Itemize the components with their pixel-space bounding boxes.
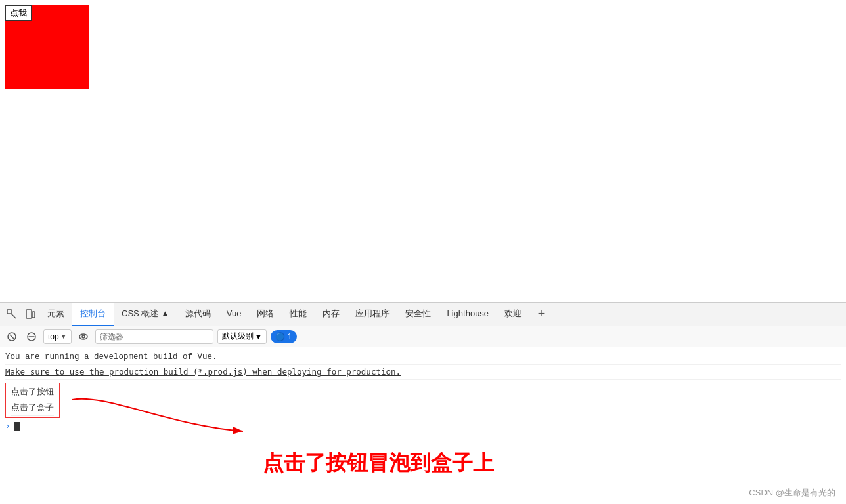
svg-rect-3: [32, 312, 35, 318]
console-cursor: [14, 422, 20, 431]
tab-network[interactable]: 网络: [249, 303, 282, 326]
console-prompt-icon: ›: [5, 422, 11, 431]
click-button[interactable]: 点我: [5, 5, 32, 21]
tab-security[interactable]: 安全性: [397, 303, 439, 326]
browser-page: 点我: [0, 0, 846, 302]
dropdown-arrow-icon: ▼: [60, 333, 67, 340]
svg-line-5: [10, 335, 14, 339]
clear-console-icon[interactable]: [4, 329, 20, 345]
console-output[interactable]: You are running a development build of V…: [0, 347, 846, 435]
console-toolbar: top ▼ 默认级别 ▼ 🔵 1: [0, 326, 846, 347]
tab-css-overview[interactable]: CSS 概述 ▲: [114, 303, 177, 326]
svg-rect-0: [7, 310, 11, 314]
svg-point-9: [82, 335, 85, 338]
big-annotation-text: 点击了按钮冒泡到盒子上: [263, 449, 494, 478]
csdn-watermark: CSDN @生命是有光的: [749, 487, 835, 499]
devtools-tabs-bar: 元素 控制台 CSS 概述 ▲ 源代码 Vue 网络 性能 内存 应用程序 安全…: [0, 303, 846, 326]
tab-welcome[interactable]: 欢迎: [497, 303, 529, 326]
message-count-badge: 🔵 1: [271, 330, 296, 343]
tab-elements[interactable]: 元素: [39, 303, 72, 326]
devtools-panel: 元素 控制台 CSS 概述 ▲ 源代码 Vue 网络 性能 内存 应用程序 安全…: [0, 302, 846, 504]
svg-line-1: [11, 314, 16, 318]
tab-performance[interactable]: 性能: [282, 303, 315, 326]
console-input-line: ›: [5, 421, 841, 432]
block-icon[interactable]: [24, 329, 39, 345]
svg-rect-2: [26, 310, 32, 318]
svg-point-8: [79, 334, 87, 339]
tab-memory[interactable]: 内存: [315, 303, 347, 326]
level-dropdown-arrow-icon: ▼: [255, 332, 263, 341]
add-tab-button[interactable]: +: [532, 305, 550, 324]
eye-icon[interactable]: [76, 329, 91, 345]
filter-input[interactable]: [95, 329, 213, 344]
select-element-icon[interactable]: [3, 305, 21, 324]
log-entry-box: 点击了盒子: [11, 400, 54, 416]
tab-lighthouse[interactable]: Lighthouse: [439, 303, 497, 326]
tab-console[interactable]: 控制台: [72, 303, 114, 326]
console-vue-warning-1: You are running a development build of V…: [5, 350, 841, 365]
tab-vue[interactable]: Vue: [219, 303, 250, 326]
top-context-dropdown[interactable]: top ▼: [43, 329, 72, 344]
log-entries-box: 点击了按钮 点击了盒子: [5, 383, 60, 418]
device-toolbar-icon[interactable]: [21, 305, 39, 324]
tab-application[interactable]: 应用程序: [347, 303, 397, 326]
tab-sources[interactable]: 源代码: [177, 303, 219, 326]
console-area: You are running a development build of V…: [0, 347, 846, 504]
console-vue-warning-2: Make sure to use the production build (*…: [5, 365, 841, 380]
log-level-dropdown[interactable]: 默认级别 ▼: [217, 329, 267, 344]
log-entry-button: 点击了按钮: [11, 385, 54, 400]
